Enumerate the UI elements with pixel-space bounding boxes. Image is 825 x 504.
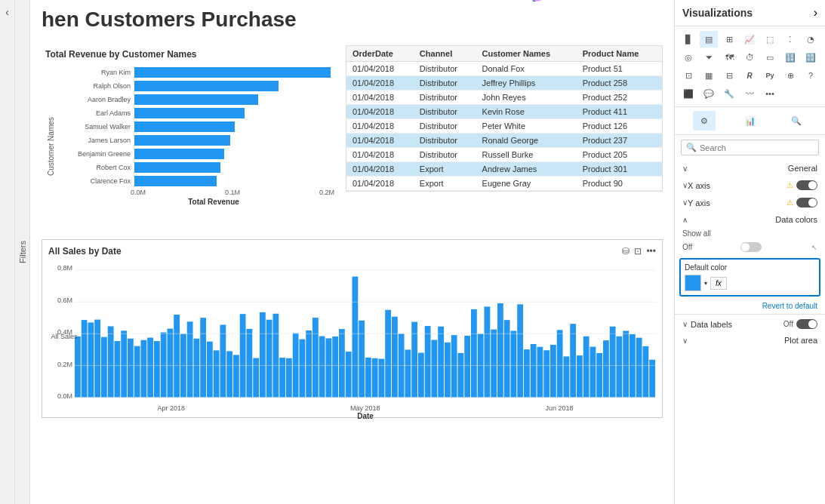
y-axis-toggle[interactable] [796,198,817,207]
svg-rect-79 [596,353,602,398]
show-all-toggle[interactable] [740,242,762,252]
x-axis-toggle[interactable] [796,180,817,190]
main-content: hen Customers Purchase 🧬 ENTERPRISE DNA … [30,0,674,504]
bottom-chart-svg [75,260,656,400]
bar-row: Benjamin Greene [63,149,334,159]
bar-chart-title: Total Revenue by Customer Names [45,49,334,60]
viz-icon-r[interactable]: R [740,67,759,84]
svg-rect-29 [266,320,272,398]
viz-icon-custom4[interactable]: 〰 [740,85,759,102]
chart-icon[interactable]: 🔍 [785,111,808,131]
viz-icon-decomp[interactable]: ⊕ [781,67,799,84]
viz-icon-py[interactable]: Py [761,67,779,84]
viz-icon-scatter[interactable]: ⁚ [781,31,799,48]
search-input[interactable] [700,143,814,152]
bottom-chart-y-label: All Sales [51,331,77,340]
svg-rect-60 [471,309,477,398]
viz-icon-card[interactable]: ▭ [761,49,779,66]
table-body: 01/04/2018 Distributor Donald Fox Produc… [346,62,662,191]
svg-rect-1 [82,320,88,397]
svg-rect-68 [524,349,530,397]
viz-icon-kpi[interactable]: 🔢 [781,49,799,66]
fx-button[interactable]: fx [710,277,727,290]
section-x-axis[interactable]: ∨ X axis ⚠ [675,177,825,194]
svg-rect-62 [485,306,491,397]
viz-icon-area[interactable]: ⬚ [761,31,779,48]
svg-rect-73 [557,330,563,397]
panel-toolbar: ⚙ 📊 🔍 [675,107,825,135]
svg-rect-5 [108,326,114,397]
table-row[interactable]: 01/04/2018 Distributor Donald Fox Produc… [346,62,662,76]
format-icon[interactable]: ⚙ [693,111,716,131]
svg-rect-4 [101,337,107,398]
svg-rect-19 [200,318,206,397]
viz-icon-custom2[interactable]: 💬 [700,85,718,102]
svg-rect-32 [286,358,292,398]
data-table: OrderDate Channel Customer Names Product… [346,46,662,191]
viz-icon-line[interactable]: 📈 [740,31,759,48]
viz-icon-bar[interactable]: ▊ [679,31,697,48]
bottom-chart-title: All Sales by Date [48,246,122,257]
section-plot-area[interactable]: ∨ Plot area [675,332,825,349]
viz-icon-donut[interactable]: ◎ [679,49,697,66]
analytics-icon[interactable]: 📊 [739,111,762,131]
svg-rect-64 [497,303,503,397]
bottom-chart-x-title: Date [75,412,656,420]
section-y-axis[interactable]: ∨ Y axis ⚠ [675,194,825,211]
table-row[interactable]: 01/04/2018 Distributor Kevin Rose Produc… [346,105,662,119]
section-general[interactable]: ∨ General [675,160,825,177]
color-dropdown-arrow[interactable]: ▾ [704,280,707,287]
section-data-labels[interactable]: ∨ Data labels Off [675,316,825,332]
collapse-panel-button[interactable]: ‹ [0,0,15,504]
color-swatch[interactable] [685,275,701,291]
table-row[interactable]: 01/04/2018 Distributor Jeffrey Phillips … [346,76,662,91]
dna-icon: 🧬 [530,0,553,2]
viz-icon-table[interactable]: ⊞ [720,31,738,48]
filter-icon[interactable]: ⛁ [622,246,630,257]
viz-icon-funnel[interactable]: ⏷ [700,49,718,66]
viz-icon-gauge[interactable]: ⏱ [740,49,759,66]
viz-icon-custom1[interactable]: ⬛ [679,85,697,102]
panel-expand-icon[interactable]: › [814,6,817,20]
svg-rect-81 [610,327,616,398]
viz-icon-treemap[interactable]: ▦ [700,67,718,84]
bottom-chart-x-labels: Apr 2018 May 2018 Jun 2018 [75,404,656,412]
table-row[interactable]: 01/04/2018 Distributor Ronald George Pro… [346,134,662,148]
table-row[interactable]: 01/04/2018 Distributor John Reyes Produc… [346,91,662,105]
svg-rect-21 [214,350,220,397]
table-row[interactable]: 01/04/2018 Distributor Russell Burke Pro… [346,148,662,162]
viz-icon-matrix[interactable]: ⊡ [679,67,697,84]
viz-icon-qna[interactable]: ? [802,67,820,84]
revert-link[interactable]: Revert to default [675,300,825,312]
bar-row: Clarence Fox [63,176,334,186]
viz-icon-waterfall[interactable]: ⊟ [720,67,738,84]
viz-icon-slicer[interactable]: 🔡 [802,49,820,66]
more-icon[interactable]: ••• [646,246,656,257]
svg-rect-28 [260,312,266,398]
svg-rect-86 [643,346,649,398]
svg-rect-8 [128,339,134,398]
svg-rect-70 [537,347,543,398]
svg-rect-20 [207,342,213,398]
table-row[interactable]: 01/04/2018 Distributor Peter White Produ… [346,119,662,134]
search-icon: 🔍 [686,143,697,152]
expand-icon[interactable]: ⊡ [634,246,642,257]
section-data-colors[interactable]: ∧ Data colors [675,211,825,228]
svg-rect-55 [438,327,444,398]
table-row[interactable]: 01/04/2018 Export Andrew James Product 3… [346,162,662,177]
svg-rect-43 [359,321,365,398]
svg-rect-77 [583,337,590,398]
off-toggle-row: Off ↖ [675,241,825,255]
data-labels-toggle[interactable] [796,319,817,329]
viz-icon-stacked-bar[interactable]: ▤ [700,31,718,48]
viz-icon-more[interactable]: ••• [761,85,779,102]
svg-rect-11 [147,338,153,398]
viz-icon-custom3[interactable]: 🔧 [720,85,738,102]
bar-chart-x-labels: 0.0M 0.1M 0.2M [55,189,334,196]
viz-icon-pie[interactable]: ◔ [802,31,820,48]
svg-rect-82 [617,337,623,398]
table-row[interactable]: 01/04/2018 Export Eugene Gray Product 90 [346,177,662,191]
viz-icon-map[interactable]: 🗺 [720,49,738,66]
col-product: Product Name [577,46,662,62]
col-orderdate: OrderDate [346,46,414,62]
